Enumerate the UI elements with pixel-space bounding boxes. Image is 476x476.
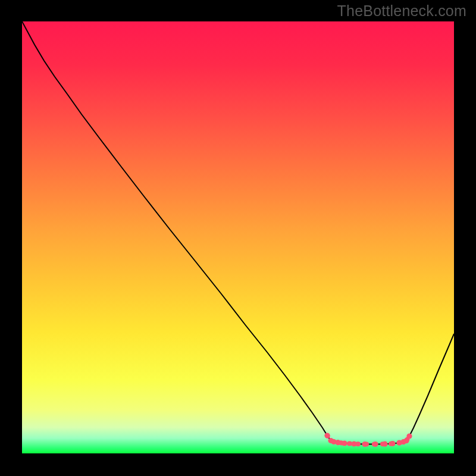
plot-svg (22, 21, 454, 453)
svg-point-8 (382, 441, 387, 447)
svg-point-12 (403, 438, 409, 443)
gradient-background (22, 21, 454, 453)
svg-point-13 (406, 433, 412, 439)
plot-area (22, 21, 454, 453)
watermark-text: TheBottleneck.com (337, 2, 466, 20)
svg-point-0 (324, 433, 330, 438)
svg-point-7 (372, 441, 378, 447)
svg-point-4 (342, 440, 347, 446)
svg-point-5 (351, 441, 356, 446)
chart-frame: TheBottleneck.com (0, 0, 476, 476)
svg-point-3 (335, 440, 340, 445)
svg-point-9 (390, 441, 395, 446)
svg-point-6 (362, 441, 367, 447)
